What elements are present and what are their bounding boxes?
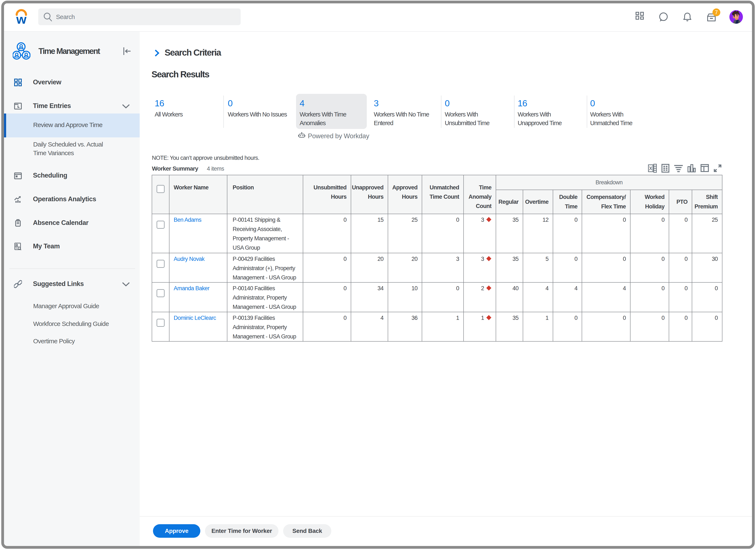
svg-text:w: w bbox=[16, 12, 27, 25]
svg-text:X: X bbox=[649, 166, 652, 171]
